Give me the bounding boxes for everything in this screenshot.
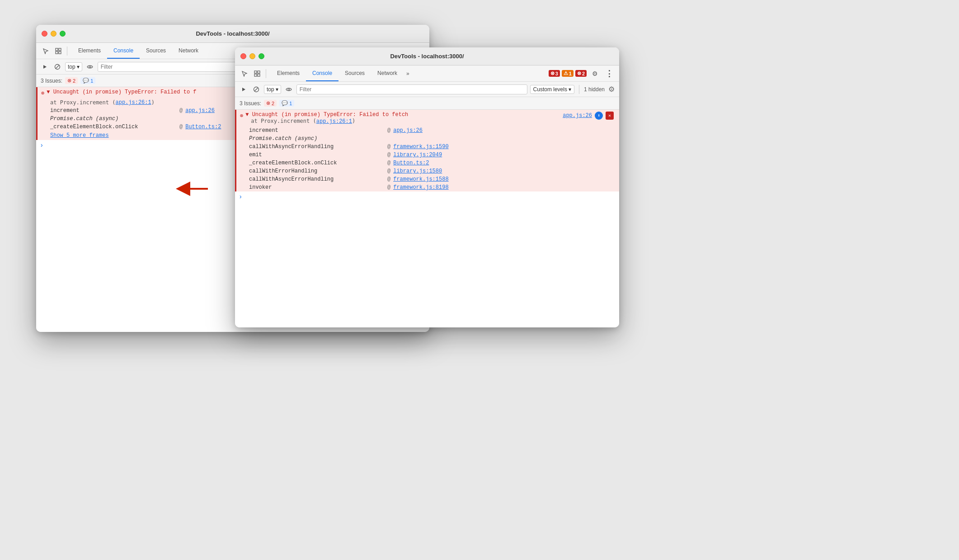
err2-badge-front: ⊗ 2 — [575, 70, 587, 77]
stack-func-8-front: invoker — [249, 184, 385, 191]
error-icon-sm-back: ⊗ — [67, 78, 71, 84]
error-issues-badge-front[interactable]: ⊗ 2 — [264, 100, 277, 107]
stack-link-6-front[interactable]: library.js:1580 — [393, 168, 442, 174]
tab-elements-back[interactable]: Elements — [72, 43, 107, 59]
svg-rect-13 — [258, 74, 260, 76]
ban-icon-front[interactable] — [251, 84, 261, 94]
context-selector-back[interactable]: top ▾ — [65, 62, 82, 71]
chevron-down-icon-front: ▾ — [276, 86, 278, 93]
divider-front — [579, 85, 579, 94]
inspect-icon-back[interactable] — [52, 45, 64, 57]
prompt-line-front: › — [235, 191, 619, 202]
stack-link-4-front[interactable]: library.js:2049 — [393, 152, 442, 158]
custom-levels-button-front[interactable]: Custom levels ▾ — [530, 85, 574, 94]
eye-icon-back[interactable] — [85, 62, 95, 72]
issues-label-front: 3 Issues: — [240, 100, 261, 107]
stack-link-3-front[interactable]: framework.js:1590 — [393, 144, 448, 150]
console-toolbar-front: top ▾ Custom levels ▾ 1 hidden ⚙ — [235, 82, 619, 97]
error-block-front: ⊗ ▼ Uncaught (in promise) TypeError: Fai… — [235, 110, 619, 191]
tab-sources-back[interactable]: Sources — [140, 43, 172, 59]
error-issues-badge-back[interactable]: ⊗ 2 — [65, 77, 78, 84]
chevron-down-icon-back: ▾ — [77, 64, 80, 70]
stack-func-3-front: callWithAsyncErrorHandling — [249, 144, 385, 150]
chevron-down-custom-icon: ▾ — [569, 86, 571, 93]
tab-console-back[interactable]: Console — [107, 43, 140, 59]
svg-marker-14 — [242, 88, 245, 91]
inspect-icon-front[interactable] — [251, 68, 263, 79]
svg-rect-0 — [56, 48, 58, 51]
stack-link-8-front[interactable]: framework.js:8198 — [393, 184, 448, 191]
fullscreen-button-front[interactable] — [259, 53, 264, 59]
more-tabs-button-front[interactable]: » — [404, 70, 412, 77]
filter-input-front[interactable] — [296, 84, 527, 94]
cursor-icon-front[interactable] — [239, 68, 250, 79]
devtools-window-front: DevTools - localhost:3000/ Elements — [235, 47, 619, 327]
toolbar-badges-front: ⊗ 3 ⚠ 1 ⊗ 2 ⚙ ⋮ — [549, 67, 616, 80]
settings-button-front[interactable]: ⚙ — [588, 67, 601, 80]
stack-func-3-back: _createElementBlock.onClick — [50, 124, 177, 130]
stack-link-3-back[interactable]: Button.ts:2 — [185, 124, 221, 130]
stack-line-2-front: Promise.catch (async) — [236, 135, 619, 143]
toolbar-divider-back — [67, 47, 67, 56]
stack-link-7-front[interactable]: framework.js:1588 — [393, 176, 448, 182]
stack-func-4-front: emit — [249, 152, 385, 158]
error-file-link-front[interactable]: app.js:26 — [563, 112, 592, 119]
main-toolbar-front: Elements Console Sources Network » ⊗ 3 ⚠… — [235, 65, 619, 82]
context-value-back: top — [68, 64, 75, 70]
tab-console-front[interactable]: Console — [306, 65, 338, 81]
stack-func-7-front: callWithAsyncErrorHandling — [249, 176, 385, 182]
svg-rect-10 — [254, 71, 257, 73]
cursor-icon-back[interactable] — [40, 45, 52, 57]
error-circle-icon-front: ⊗ — [240, 112, 243, 119]
info-icon-sm-front: 💬 — [282, 100, 288, 106]
traffic-lights-front[interactable] — [240, 53, 264, 59]
stack-link-5-front[interactable]: Button.ts:2 — [393, 160, 429, 166]
stack-func-6-front: callWithErrorHandling — [249, 168, 385, 174]
context-selector-front[interactable]: top ▾ — [264, 85, 281, 94]
stack-func-1-front: increment — [249, 127, 385, 134]
toolbar-divider-front — [266, 69, 266, 78]
stack-line-4-front: emit @ library.js:2049 — [236, 151, 619, 159]
stack-line-5-front: _createElementBlock.onClick @ Button.ts:… — [236, 159, 619, 167]
show-more-link-back[interactable]: Show 5 more frames — [50, 132, 109, 139]
error-link-front[interactable]: app.js:26:1 — [316, 118, 352, 125]
error-sub-line-front: at Proxy.increment (app.js:26:1) — [245, 118, 408, 125]
warn-badge-front: ⚠ 1 — [562, 70, 574, 77]
svg-marker-4 — [43, 65, 47, 69]
error-main-line-front: ⊗ ▼ Uncaught (in promise) TypeError: Fai… — [236, 110, 619, 126]
ban-icon-back[interactable] — [52, 62, 62, 72]
more-button-front[interactable]: ⋮ — [603, 67, 616, 80]
close-button-front[interactable] — [240, 53, 246, 59]
stack-line-1-front: increment @ app.js:26 — [236, 126, 619, 135]
traffic-lights-back[interactable] — [42, 31, 66, 37]
fullscreen-button-back[interactable] — [60, 31, 66, 37]
minimize-button-front[interactable] — [249, 53, 255, 59]
download-icon-front[interactable]: ⬇ — [595, 112, 603, 120]
stack-link-1-back[interactable]: app.js:26 — [185, 107, 215, 114]
svg-point-17 — [288, 89, 290, 90]
issues-label-back: 3 Issues: — [41, 78, 62, 84]
hidden-settings-icon-front[interactable]: ⚙ — [607, 85, 616, 93]
play-icon-back[interactable] — [40, 62, 50, 72]
tab-network-front[interactable]: Network — [371, 65, 404, 81]
stack-func-2-back: Promise.catch (async) — [50, 116, 177, 122]
info-issues-badge-back[interactable]: 💬 1 — [80, 77, 95, 84]
tab-sources-front[interactable]: Sources — [338, 65, 371, 81]
stack-line-7-front: callWithAsyncErrorHandling @ framework.j… — [236, 175, 619, 183]
svg-rect-12 — [258, 71, 260, 73]
close-button-back[interactable] — [42, 31, 47, 37]
tab-network-back[interactable]: Network — [172, 43, 205, 59]
tab-elements-front[interactable]: Elements — [271, 65, 306, 81]
minimize-button-back[interactable] — [51, 31, 56, 37]
eye-icon-front[interactable] — [284, 84, 294, 94]
stack-link-1-front[interactable]: app.js:26 — [393, 127, 423, 134]
svg-rect-1 — [56, 51, 58, 54]
title-bar-front: DevTools - localhost:3000/ — [235, 47, 619, 65]
play-icon-front[interactable] — [239, 84, 249, 94]
stack-line-3-front: callWithAsyncErrorHandling @ framework.j… — [236, 143, 619, 151]
context-value-front: top — [267, 86, 274, 93]
info-issues-badge-front[interactable]: 💬 1 — [279, 100, 294, 107]
svg-line-16 — [254, 88, 258, 91]
error-link-back[interactable]: app.js:26:1 — [116, 99, 151, 106]
close-icon-front[interactable]: ✕ — [606, 112, 614, 120]
